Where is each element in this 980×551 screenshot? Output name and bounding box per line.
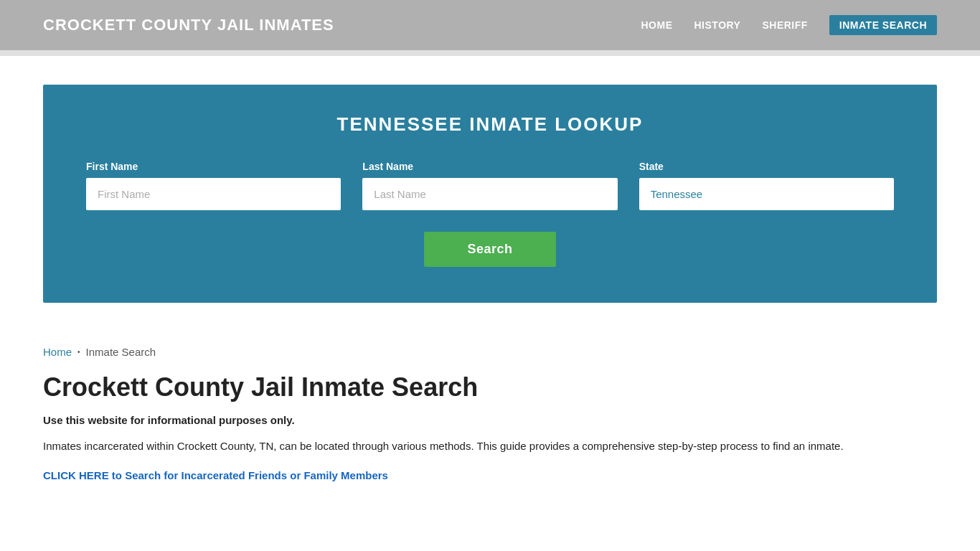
first-name-input[interactable] [86,178,341,210]
breadcrumb-separator: • [77,348,80,356]
nav-home[interactable]: HOME [641,19,673,31]
nav-history[interactable]: HISTORY [694,19,741,31]
breadcrumb-home-link[interactable]: Home [43,346,72,358]
search-button[interactable]: Search [424,232,555,267]
info-text-body: Inmates incarcerated within Crockett Cou… [43,438,937,455]
last-name-group: Last Name [362,161,617,210]
main-content: Crockett County Jail Inmate Search Use t… [0,365,980,511]
hero-search-section: TENNESSEE INMATE LOOKUP First Name Last … [43,85,937,303]
nav-sheriff[interactable]: SHERIFF [762,19,807,31]
search-btn-row: Search [86,232,894,267]
site-header: CROCKETT COUNTY JAIL INMATES HOME HISTOR… [0,0,980,50]
state-input[interactable] [639,178,894,210]
first-name-group: First Name [86,161,341,210]
last-name-label: Last Name [362,161,617,172]
info-text-bold: Use this website for informational purpo… [43,414,937,426]
first-name-label: First Name [86,161,341,172]
click-here-link[interactable]: CLICK HERE to Search for Incarcerated Fr… [43,469,388,481]
breadcrumb-current: Inmate Search [86,346,156,358]
nav-inmate-search[interactable]: INMATE SEARCH [829,15,937,35]
breadcrumb-section: Home • Inmate Search [0,331,980,365]
last-name-input[interactable] [362,178,617,210]
site-title: CROCKETT COUNTY JAIL INMATES [43,16,334,34]
state-group: State [639,161,894,210]
page-title: Crockett County Jail Inmate Search [43,372,937,402]
form-row-fields: First Name Last Name State [86,161,894,210]
breadcrumb: Home • Inmate Search [43,346,937,358]
main-nav: HOME HISTORY SHERIFF INMATE SEARCH [641,15,938,35]
state-label: State [639,161,894,172]
sub-header-divider [0,50,980,56]
hero-title: TENNESSEE INMATE LOOKUP [86,113,894,136]
